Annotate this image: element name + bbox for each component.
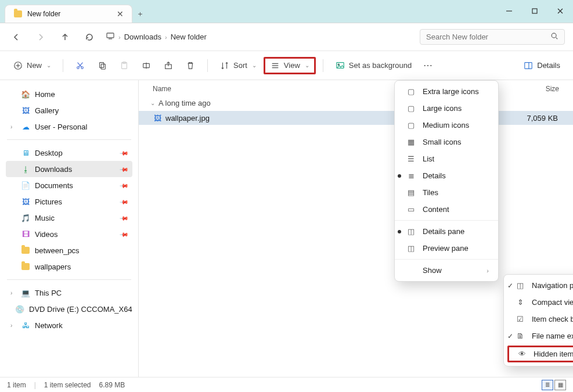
window-controls	[496, 0, 573, 23]
onedrive-icon: ☁	[21, 122, 30, 131]
pane-icon: ◫	[516, 281, 525, 290]
menu-item-navigation-pane[interactable]: ✓◫Navigation pane	[504, 277, 573, 294]
sidebar-item-downloads[interactable]: ⭳Downloads📌	[6, 161, 132, 177]
sidebar-item-documents[interactable]: 📄Documents📌	[6, 177, 132, 193]
menu-item-preview-pane[interactable]: ◫Preview pane	[395, 240, 498, 257]
menu-item-hidden-items[interactable]: 👁Hidden items	[507, 346, 573, 362]
sidebar-item-network[interactable]: ›🖧Network	[6, 317, 132, 333]
view-button[interactable]: View ⌄	[264, 57, 316, 74]
pin-icon: 📌	[120, 164, 129, 174]
minimize-button[interactable]	[496, 0, 522, 23]
maximize-button[interactable]	[522, 0, 547, 23]
delete-button[interactable]	[181, 57, 200, 74]
group-header[interactable]: ⌄ A long time ago	[139, 95, 573, 111]
breadcrumb[interactable]: › Downloads › New folder	[102, 31, 419, 42]
search-input[interactable]	[426, 33, 550, 41]
close-window-button[interactable]	[547, 0, 573, 23]
desktop-icon: 🖥	[21, 148, 30, 157]
search-box[interactable]	[420, 29, 565, 45]
details-pane-button[interactable]: Details	[518, 57, 565, 74]
chevron-right-icon[interactable]: ›	[10, 322, 16, 329]
sidebar-item-this-pc[interactable]: ›💻This PC	[6, 285, 132, 301]
refresh-button[interactable]	[78, 27, 101, 48]
close-tab-icon[interactable]: ✕	[117, 9, 124, 19]
chevron-right-icon[interactable]: ›	[10, 124, 16, 130]
svg-rect-16	[101, 64, 105, 69]
menu-item-check-boxes[interactable]: ☑Item check boxes	[504, 311, 573, 328]
svg-point-6	[552, 33, 556, 38]
forward-button[interactable]	[29, 27, 52, 48]
sidebar-item-user[interactable]: ›☁User - Personal	[6, 118, 132, 135]
share-icon	[163, 60, 174, 71]
menu-item-tiles[interactable]: ▤Tiles	[395, 184, 498, 201]
menu-item-content[interactable]: ▭Content	[395, 201, 498, 218]
search-icon[interactable]	[550, 32, 558, 42]
new-button[interactable]: New ⌄	[8, 57, 56, 74]
menu-item-show[interactable]: Show›	[395, 262, 498, 279]
sidebar-item-videos[interactable]: 🎞Videos📌	[6, 226, 132, 242]
sidebar-item-desktop[interactable]: 🖥Desktop📌	[6, 145, 132, 161]
cut-button[interactable]	[70, 57, 90, 74]
up-button[interactable]	[53, 27, 77, 48]
menu-item-compact-view[interactable]: ⇕Compact view	[504, 294, 573, 311]
share-button[interactable]	[158, 57, 178, 74]
main-area: 🏠Home 🖼Gallery ›☁User - Personal 🖥Deskto…	[0, 80, 573, 382]
status-size: 6.89 MB	[99, 381, 125, 389]
sidebar-item-gallery[interactable]: 🖼Gallery	[6, 102, 132, 118]
music-icon: 🎵	[21, 213, 30, 222]
pin-icon: 📌	[120, 148, 129, 157]
status-item-count: 1 item	[7, 381, 26, 389]
chevron-right-icon[interactable]: ›	[10, 290, 16, 296]
pin-icon: 📌	[120, 229, 129, 239]
menu-item-small-icons[interactable]: ▦Small icons	[395, 134, 498, 150]
clipboard-icon	[119, 60, 129, 71]
videos-icon: 🎞	[21, 229, 30, 239]
menu-item-details[interactable]: ≣Details	[395, 167, 498, 184]
set-background-button[interactable]: Set as background	[330, 57, 416, 74]
file-name: wallpaper.jpg	[165, 114, 210, 123]
back-button[interactable]	[5, 27, 28, 48]
toolbar: New ⌄ Sort ⌄ View ⌄ Set as background ⋯ …	[0, 51, 573, 80]
menu-item-large-icons[interactable]: ▢Large icons	[395, 100, 498, 117]
new-label: New	[27, 61, 42, 70]
menu-item-details-pane[interactable]: ◫Details pane	[395, 223, 498, 240]
file-list: Name Type Size ⌄ A long time ago 🖼wallpa…	[139, 80, 573, 382]
menu-item-list[interactable]: ☰List	[395, 150, 498, 167]
more-button[interactable]: ⋯	[419, 57, 437, 74]
rename-button[interactable]	[136, 57, 156, 74]
sidebar-item-folder[interactable]: between_pcs	[6, 242, 132, 258]
chevron-down-icon: ⌄	[305, 62, 309, 69]
menu-item-file-name-extensions[interactable]: ✓🗎File name extensions	[504, 328, 573, 344]
copy-button[interactable]	[92, 57, 112, 74]
paste-button[interactable]	[114, 57, 134, 74]
chevron-right-icon: ›	[118, 34, 121, 41]
chevron-down-icon: ⌄	[150, 100, 155, 106]
window-tab[interactable]: New folder ✕	[5, 5, 132, 23]
column-name[interactable]: Name	[153, 85, 373, 93]
document-icon: 📄	[21, 181, 30, 190]
sidebar-item-pictures[interactable]: 🖼Pictures📌	[6, 193, 132, 210]
square-icon: ▢	[406, 87, 416, 96]
square-icon: ▢	[406, 104, 416, 113]
folder-icon	[21, 262, 30, 271]
chevron-down-icon: ⌄	[46, 62, 51, 69]
sort-button[interactable]: Sort ⌄	[215, 57, 261, 74]
column-size[interactable]: Size	[513, 85, 559, 93]
chevron-down-icon: ⌄	[252, 62, 257, 69]
sidebar-item-dvd[interactable]: 💿DVD Drive (E:) CCCOMA_X64FRE_EN	[6, 301, 132, 317]
breadcrumb-current[interactable]: New folder	[171, 33, 207, 41]
menu-item-extra-large-icons[interactable]: ▢Extra large icons	[395, 83, 498, 100]
dots-icon: ⋯	[423, 60, 433, 71]
menu-item-medium-icons[interactable]: ▢Medium icons	[395, 117, 498, 134]
svg-point-26	[338, 63, 340, 65]
sidebar-item-folder[interactable]: wallpapers	[6, 258, 132, 275]
new-tab-button[interactable]: ＋	[132, 5, 147, 23]
breadcrumb-parent[interactable]: Downloads	[124, 33, 161, 41]
view-thumbnails-toggle[interactable]: ▦	[554, 380, 566, 390]
sidebar-item-music[interactable]: 🎵Music📌	[6, 210, 132, 226]
file-row[interactable]: 🖼wallpaper.jpg 7 PM JPG File 7,059 KB	[139, 111, 573, 125]
set-background-label: Set as background	[349, 61, 412, 70]
column-headers[interactable]: Name Type Size	[139, 80, 573, 95]
sidebar-item-home[interactable]: 🏠Home	[6, 86, 132, 102]
view-details-toggle[interactable]: ≣	[542, 380, 553, 390]
